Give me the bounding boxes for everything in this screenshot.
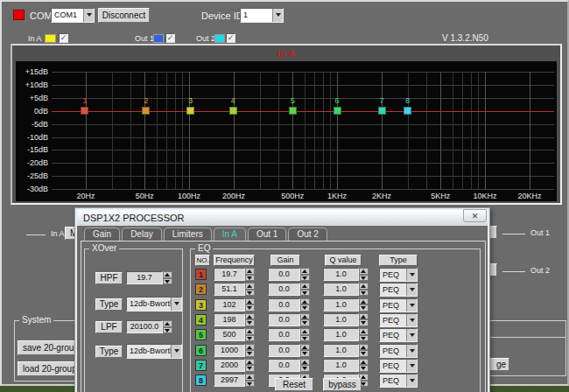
tab-out-2[interactable]: Out 2 — [288, 228, 327, 242]
q-value-field[interactable]: 1.0 — [323, 313, 359, 326]
channel-out-2-checkbox[interactable]: ✓ — [226, 33, 235, 43]
filter-type-select[interactable]: PEQ — [379, 328, 418, 342]
dialog-titlebar[interactable]: DSP1X2 PROCESSOR — [77, 210, 488, 226]
eq-band-marker[interactable] — [186, 107, 194, 115]
close-icon[interactable]: ✕ — [463, 209, 487, 222]
gain-spinner[interactable] — [300, 359, 310, 372]
frequency-spinner[interactable] — [245, 359, 255, 372]
reset-button[interactable]: Reset — [275, 378, 313, 391]
spin-up-icon[interactable] — [300, 268, 310, 275]
filter-type-select[interactable]: PEQ — [379, 268, 418, 282]
hpf-type-select[interactable]: 12db-Bworth — [126, 297, 182, 312]
spin-up-icon[interactable] — [245, 283, 255, 290]
q-value-field[interactable]: 1.0 — [323, 298, 359, 312]
q-value-spinner[interactable] — [359, 344, 369, 357]
spin-down-icon[interactable] — [245, 304, 255, 312]
tab-in-a[interactable]: In A — [214, 228, 246, 242]
spin-up-icon[interactable] — [359, 298, 369, 305]
spin-down-icon[interactable] — [359, 319, 369, 326]
bypass-button[interactable]: bypass — [323, 378, 362, 391]
gain-spinner[interactable] — [300, 268, 310, 281]
lpf-type-button[interactable]: Type — [95, 346, 123, 358]
q-value-spinner[interactable] — [359, 283, 369, 296]
spin-up-icon[interactable] — [245, 344, 255, 351]
eq-band-marker[interactable] — [229, 107, 237, 115]
spin-up-icon[interactable] — [359, 344, 369, 351]
eq-band-marker[interactable] — [404, 107, 411, 115]
lpf-type-select[interactable]: 12db-Bworth — [126, 344, 182, 359]
tab-delay[interactable]: Delay — [122, 228, 162, 242]
spin-down-icon[interactable] — [245, 381, 255, 388]
spin-up-icon[interactable] — [245, 298, 255, 305]
frequency-spinner[interactable] — [245, 328, 255, 341]
frequency-field[interactable]: 102 — [214, 298, 245, 312]
eq-band-marker[interactable] — [289, 107, 297, 115]
spin-down-icon[interactable] — [300, 304, 310, 312]
frequency-spinner[interactable] — [245, 268, 255, 281]
spin-up-icon[interactable] — [300, 328, 310, 335]
tab-limiters[interactable]: Limiters — [164, 228, 212, 242]
disconnect-button[interactable]: Disconnect — [98, 8, 150, 23]
spin-down-icon[interactable] — [300, 319, 310, 326]
com-port-select[interactable]: COM1 — [51, 8, 95, 23]
spin-up-icon[interactable] — [245, 359, 255, 366]
spin-down-icon[interactable] — [245, 290, 255, 297]
spin-up-icon[interactable] — [359, 313, 369, 320]
spin-up-icon[interactable] — [245, 313, 255, 320]
spin-down-icon[interactable] — [359, 275, 369, 282]
gain-spinner[interactable] — [300, 283, 310, 296]
gain-field[interactable]: 0.0 — [268, 313, 300, 326]
q-value-field[interactable]: 1.0 — [323, 359, 359, 372]
filter-type-select[interactable]: PEQ — [379, 298, 418, 312]
spin-down-icon[interactable] — [359, 290, 369, 297]
q-value-spinner[interactable] — [359, 298, 369, 312]
frequency-spinner[interactable] — [245, 374, 255, 387]
q-value-field[interactable]: 1.0 — [323, 268, 359, 281]
spin-down-icon[interactable] — [359, 365, 369, 372]
q-value-spinner[interactable] — [359, 359, 369, 372]
spin-up-icon[interactable] — [359, 328, 369, 335]
tab-out-1[interactable]: Out 1 — [248, 228, 286, 242]
q-value-field[interactable]: 1.0 — [323, 344, 359, 357]
spin-down-icon[interactable] — [300, 290, 310, 297]
spin-up-icon[interactable] — [300, 359, 310, 366]
frequency-field[interactable]: 19.7 — [214, 268, 245, 281]
hpf-type-button[interactable]: Type — [95, 298, 123, 311]
frequency-field[interactable]: 198 — [214, 313, 245, 326]
gain-field[interactable]: 0.0 — [268, 359, 300, 372]
gain-field[interactable]: 0.0 — [268, 283, 300, 296]
filter-type-select[interactable]: PEQ — [379, 374, 418, 388]
spin-down-icon[interactable] — [359, 350, 369, 357]
spin-up-icon[interactable] — [300, 344, 310, 351]
lpf-spinner[interactable] — [163, 320, 172, 333]
hpf-frequency-field[interactable]: 19.7 — [126, 271, 163, 284]
eq-band-marker[interactable] — [378, 107, 386, 115]
spin-down-icon[interactable] — [245, 365, 255, 372]
spin-up-icon[interactable] — [359, 359, 369, 366]
lpf-frequency-field[interactable]: 20100.0 — [126, 320, 163, 333]
frequency-field[interactable]: 500 — [214, 328, 245, 341]
spin-down-icon[interactable] — [245, 275, 255, 282]
eq-band-marker[interactable] — [81, 107, 88, 115]
gain-spinner[interactable] — [300, 344, 310, 357]
spin-down-icon[interactable] — [300, 350, 310, 357]
q-value-spinner[interactable] — [359, 313, 369, 326]
spin-up-icon[interactable] — [163, 271, 172, 278]
filter-type-select[interactable]: PEQ — [379, 313, 418, 327]
gain-spinner[interactable] — [300, 313, 310, 326]
spin-down-icon[interactable] — [300, 335, 310, 342]
channel-out-1-checkbox[interactable]: ✓ — [165, 33, 175, 43]
frequency-field[interactable]: 51.1 — [214, 283, 245, 296]
frequency-spinner[interactable] — [245, 283, 255, 296]
eq-band-marker[interactable] — [142, 107, 150, 115]
frequency-field[interactable]: 2997 — [214, 374, 245, 387]
q-value-field[interactable]: 1.0 — [323, 283, 359, 296]
q-value-spinner[interactable] — [359, 268, 369, 281]
channel-in-a-checkbox[interactable]: ✓ — [59, 33, 68, 43]
spin-down-icon[interactable] — [245, 319, 255, 326]
gain-spinner[interactable] — [300, 328, 310, 341]
gain-field[interactable]: 0.0 — [268, 328, 300, 341]
spin-up-icon[interactable] — [300, 298, 310, 305]
spin-up-icon[interactable] — [245, 268, 255, 275]
spin-up-icon[interactable] — [245, 374, 255, 381]
